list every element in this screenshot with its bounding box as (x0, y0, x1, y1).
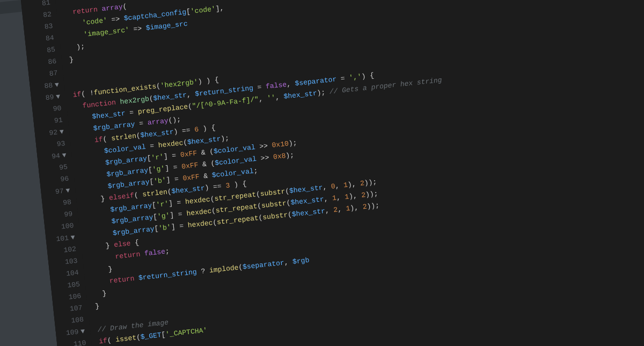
file-item[interactable]: theme-shop.css (0, 135, 36, 163)
fold-caret-icon[interactable]: ▼ (52, 80, 59, 89)
fold-caret-icon[interactable]: ▼ (54, 92, 61, 101)
file-tree-lower: ...chimp...mailer...e-php-captcha...ckgr… (0, 196, 49, 286)
code-editor[interactable]: 7879808182838485868788▼89▼909192▼9394▼95… (17, 0, 644, 346)
fold-caret-icon[interactable]: ▼ (57, 128, 64, 136)
fold-caret-icon[interactable]: ▼ (60, 151, 67, 160)
fold-caret-icon[interactable]: ▼ (63, 186, 70, 195)
file-item[interactable]: ...x.php (0, 253, 49, 281)
code-area[interactable]: . strlen( realpath($_SERVER['DOCUMENT_RO… (52, 0, 644, 346)
fold-caret-icon[interactable]: ▼ (78, 327, 85, 336)
fold-caret-icon[interactable]: ▼ (68, 233, 75, 242)
